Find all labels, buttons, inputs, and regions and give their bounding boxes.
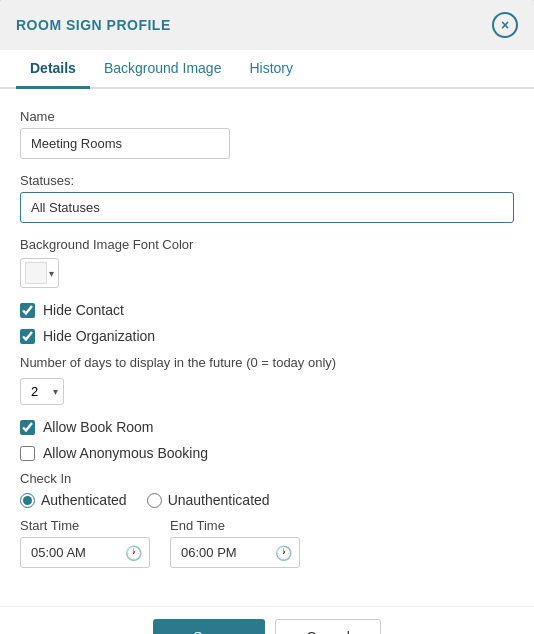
end-time-input[interactable] [170,537,300,568]
hide-org-checkbox[interactable] [20,329,35,344]
allow-anon-label[interactable]: Allow Anonymous Booking [43,445,208,461]
unauthenticated-option[interactable]: Unauthenticated [147,492,270,508]
radio-row: Authenticated Unauthenticated [20,492,514,508]
bg-font-color-group: Background Image Font Color ▾ [20,237,514,288]
allow-book-label[interactable]: Allow Book Room [43,419,154,435]
allow-anon-row: Allow Anonymous Booking [20,445,514,461]
start-time-group: Start Time 🕐 [20,518,150,568]
hide-contact-checkbox[interactable] [20,303,35,318]
days-label: Number of days to display in the future … [20,354,514,372]
authenticated-radio[interactable] [20,493,35,508]
authenticated-option[interactable]: Authenticated [20,492,127,508]
end-time-group: End Time 🕐 [170,518,300,568]
check-in-label: Check In [20,471,514,486]
tab-history[interactable]: History [235,50,307,89]
name-label: Name [20,109,514,124]
save-button[interactable]: Save [153,619,265,634]
close-icon: × [501,17,509,33]
tab-background-image[interactable]: Background Image [90,50,236,89]
statuses-group: Statuses: [20,173,514,223]
name-group: Name [20,109,514,159]
hide-org-label[interactable]: Hide Organization [43,328,155,344]
hide-org-row: Hide Organization [20,328,514,344]
check-in-section: Check In Authenticated Unauthenticated [20,471,514,508]
allow-anon-checkbox[interactable] [20,446,35,461]
tab-bar: Details Background Image History [0,50,534,89]
hide-contact-row: Hide Contact [20,302,514,318]
end-time-label: End Time [170,518,300,533]
modal-title: ROOM SIGN PROFILE [16,17,171,33]
allow-book-checkbox[interactable] [20,420,35,435]
authenticated-label: Authenticated [41,492,127,508]
allow-book-row: Allow Book Room [20,419,514,435]
cancel-button[interactable]: Cancel [275,619,381,634]
start-time-input[interactable] [20,537,150,568]
days-group: Number of days to display in the future … [20,354,514,405]
days-select-wrap: 2 0 1 3 ▾ [20,378,64,405]
modal-header: ROOM SIGN PROFILE × [0,0,534,50]
tab-details[interactable]: Details [16,50,90,89]
color-picker-button[interactable]: ▾ [20,258,59,288]
statuses-input[interactable] [20,192,514,223]
days-select[interactable]: 2 0 1 3 [20,378,64,405]
color-picker-row: ▾ [20,258,514,288]
start-time-wrap: 🕐 [20,537,150,568]
color-dropdown-arrow-icon: ▾ [49,268,54,279]
statuses-label: Statuses: [20,173,514,188]
modal-body: Name Statuses: Background Image Font Col… [0,89,534,606]
modal-footer: Save Cancel [0,606,534,634]
name-input[interactable] [20,128,230,159]
end-time-wrap: 🕐 [170,537,300,568]
color-swatch [25,262,47,284]
hide-contact-label[interactable]: Hide Contact [43,302,124,318]
time-row: Start Time 🕐 End Time 🕐 [20,518,514,568]
days-row: 2 0 1 3 ▾ [20,378,514,405]
room-sign-profile-modal: ROOM SIGN PROFILE × Details Background I… [0,0,534,634]
unauthenticated-radio[interactable] [147,493,162,508]
start-time-label: Start Time [20,518,150,533]
unauthenticated-label: Unauthenticated [168,492,270,508]
close-button[interactable]: × [492,12,518,38]
bg-font-color-label: Background Image Font Color [20,237,514,252]
